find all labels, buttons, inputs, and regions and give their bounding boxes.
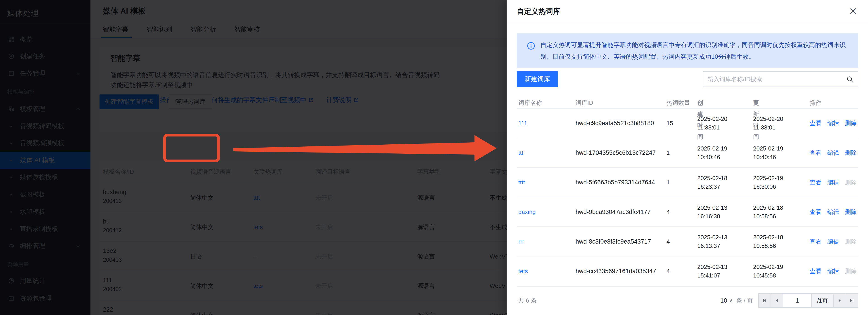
- total-pages-label: /1页: [811, 293, 834, 308]
- annotation-highlight-box: [163, 134, 220, 162]
- lexicon-id: hwd-9bca93047ac3dfc4177: [576, 197, 651, 227]
- hotword-count: 15: [666, 108, 673, 138]
- close-icon[interactable]: ✕: [849, 5, 857, 18]
- created-time: 2025-02-20 11:33:01: [697, 114, 727, 132]
- delete-link-disabled: 删除: [845, 256, 857, 286]
- prev-page-button[interactable]: [771, 293, 783, 308]
- created-time: 2025-02-13 16:13:37: [697, 233, 727, 250]
- lexicon-id: hwd-cc4335697161da035347: [576, 256, 656, 286]
- updated-time: 2025-02-19 10:45:58: [753, 262, 783, 280]
- sort-desc-icon: ↓: [697, 97, 700, 108]
- page-input-wrap: [783, 293, 812, 308]
- view-link[interactable]: 查看: [810, 197, 822, 227]
- lexicon-row: daxing hwd-9bca93047ac3dfc4177 4 2025-02…: [506, 197, 868, 227]
- lexicon-row: rrr hwd-8c3f0e8f3fc9ea543717 4 2025-02-1…: [506, 227, 868, 256]
- search-box: [703, 71, 858, 87]
- created-time: 2025-02-13 15:41:07: [697, 262, 727, 280]
- delete-link[interactable]: 删除: [845, 138, 857, 168]
- hotword-count: 4: [666, 227, 670, 256]
- lexicon-id: hwd-5f6663b5b793314d7644: [576, 168, 655, 197]
- view-link[interactable]: 查看: [810, 227, 822, 256]
- edit-link[interactable]: 编辑: [827, 168, 839, 197]
- view-link[interactable]: 查看: [810, 108, 822, 138]
- info-banner: 自定义热词可显著提升智能字幕功能对视频语言中专有词汇的识别准确率，同音同调时优先…: [517, 33, 858, 68]
- hotword-count: 4: [666, 256, 670, 286]
- first-page-button[interactable]: [758, 293, 771, 308]
- lexicon-id: hwd-8c3f0e8f3fc9ea543717: [576, 227, 651, 256]
- info-icon: [527, 42, 535, 50]
- next-page-button[interactable]: [833, 293, 846, 308]
- lexicon-name-link[interactable]: 111: [518, 108, 527, 138]
- created-time: 2025-02-13 16:16:38: [697, 203, 727, 220]
- last-page-button[interactable]: [846, 293, 858, 308]
- view-link[interactable]: 查看: [810, 138, 822, 168]
- view-link[interactable]: 查看: [810, 168, 822, 197]
- annotation-arrow: [231, 131, 500, 165]
- edit-link[interactable]: 编辑: [827, 108, 839, 138]
- lexicon-name-link[interactable]: tttt: [518, 168, 525, 197]
- lexicon-id: hwd-1704355c5c6b13c72247: [576, 138, 656, 168]
- lexicon-name-link[interactable]: daxing: [518, 197, 536, 227]
- lexicon-row: tets hwd-cc4335697161da035347 4 2025-02-…: [506, 256, 868, 286]
- col-header: 词库名称: [518, 97, 542, 108]
- delete-link-disabled: 删除: [845, 227, 857, 256]
- created-time: 2025-02-18 16:23:37: [697, 174, 727, 191]
- pager: /1页: [759, 293, 858, 308]
- lexicon-row: 111 hwd-c9c9eafa5521c3b88180 15 2025-02-…: [506, 108, 868, 138]
- lexicon-name-link[interactable]: rrr: [518, 227, 524, 256]
- created-time: 2025-02-19 10:40:46: [697, 144, 727, 161]
- hotword-count: 1: [666, 138, 670, 168]
- search-icon[interactable]: [846, 75, 854, 83]
- drawer-table-header: 词库名称 词库ID 热词数量 创建时间 ↓ 更新时间 ⇅ 操作: [506, 97, 868, 108]
- total-count: 共 6 条: [518, 286, 537, 315]
- pagination-bar: 共 6 条 10∨ 条 / 页 /1页: [517, 286, 858, 315]
- lexicon-name-link[interactable]: ttt: [518, 138, 523, 168]
- delete-link[interactable]: 删除: [845, 197, 857, 227]
- lexicon-id: hwd-c9c9eafa5521c3b88180: [576, 108, 654, 138]
- view-link[interactable]: 查看: [810, 256, 822, 286]
- lexicon-name-link[interactable]: tets: [518, 256, 528, 286]
- edit-link[interactable]: 编辑: [827, 138, 839, 168]
- per-page-label: 条 / 页: [736, 297, 753, 305]
- updated-time: 2025-02-18 10:58:56: [753, 233, 783, 250]
- chevron-down-icon: ∨: [729, 298, 733, 304]
- updated-time: 2025-02-18 10:58:56: [753, 203, 783, 220]
- banner-text: 自定义热词可显著提升智能字幕功能对视频语言中专有词汇的识别准确率，同音同调时优先…: [540, 39, 852, 63]
- page-size-select[interactable]: 10∨: [720, 297, 733, 304]
- updated-time: 2025-02-19 10:40:46: [753, 144, 783, 161]
- hotword-drawer: 自定义热词库 ✕ 自定义热词可显著提升智能字幕功能对视频语言中专有词汇的识别准确…: [506, 0, 868, 315]
- updated-time: 2025-02-19 16:30:06: [753, 174, 783, 191]
- updated-time: 2025-02-20 11:33:01: [753, 114, 783, 132]
- edit-link[interactable]: 编辑: [827, 197, 839, 227]
- edit-link[interactable]: 编辑: [827, 227, 839, 256]
- lexicon-row: tttt hwd-5f6663b5b793314d7644 1 2025-02-…: [506, 168, 868, 197]
- drawer-title: 自定义热词库: [517, 0, 560, 23]
- delete-link[interactable]: 删除: [845, 108, 857, 138]
- col-header: 操作: [810, 97, 822, 108]
- divider: [506, 23, 868, 23]
- col-header: 词库ID: [576, 97, 593, 108]
- edit-link[interactable]: 编辑: [827, 256, 839, 286]
- new-lexicon-button[interactable]: 新建词库: [517, 71, 558, 87]
- hotword-count: 4: [666, 197, 670, 227]
- lexicon-row: ttt hwd-1704355c5c6b13c72247 1 2025-02-1…: [506, 138, 868, 168]
- search-input[interactable]: [708, 72, 841, 86]
- page-input[interactable]: [784, 297, 811, 304]
- delete-link-disabled: 删除: [845, 168, 857, 197]
- col-header: 热词数量: [666, 97, 690, 108]
- sort-icon: ⇅: [753, 97, 758, 108]
- hotword-count: 1: [666, 168, 670, 197]
